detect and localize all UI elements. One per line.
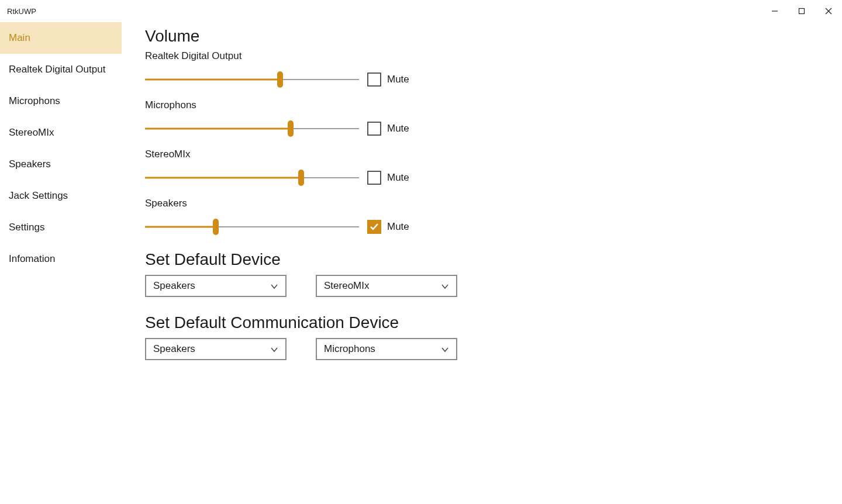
window-title: RtkUWP [7, 7, 36, 16]
device-label: Microphons [145, 99, 842, 111]
volume-device-stereomix: StereoMIx Mute [145, 149, 842, 185]
window-controls [761, 0, 842, 22]
minimize-icon [771, 8, 778, 15]
dropdown-value: Speakers [153, 280, 195, 292]
mute-checkbox-digital-output[interactable] [367, 73, 381, 87]
volume-slider-stereomix[interactable] [145, 172, 359, 184]
mute-label: Mute [387, 74, 409, 85]
maximize-icon [798, 8, 805, 15]
chevron-down-icon [270, 345, 278, 353]
sidebar-item-digital-output[interactable]: Realtek Digital Output [0, 54, 122, 85]
sidebar-item-speakers[interactable]: Speakers [0, 149, 122, 180]
minimize-button[interactable] [761, 0, 788, 22]
close-button[interactable] [815, 0, 842, 22]
device-label: Realtek Digital Output [145, 50, 842, 62]
dropdown-value: Microphons [324, 343, 375, 355]
svg-rect-1 [799, 9, 805, 14]
dropdown-value: StereoMIx [324, 280, 369, 292]
default-input-dropdown[interactable]: StereoMIx [316, 275, 457, 297]
device-label: StereoMIx [145, 149, 842, 160]
mute-label: Mute [387, 172, 409, 184]
volume-slider-speakers[interactable] [145, 221, 359, 233]
close-icon [825, 8, 832, 15]
default-output-dropdown[interactable]: Speakers [145, 275, 287, 297]
maximize-button[interactable] [788, 0, 815, 22]
volume-device-microphones: Microphons Mute [145, 99, 842, 136]
mute-label: Mute [387, 123, 409, 134]
volume-device-digital-output: Realtek Digital Output Mute [145, 50, 842, 87]
mute-label: Mute [387, 221, 409, 233]
mute-checkbox-microphones[interactable] [367, 122, 381, 136]
mute-checkbox-stereomix[interactable] [367, 171, 381, 185]
default-comm-device-heading: Set Default Communication Device [145, 313, 842, 332]
sidebar: Main Realtek Digital Output Microphons S… [0, 22, 122, 504]
volume-slider-digital-output[interactable] [145, 74, 359, 85]
default-comm-output-dropdown[interactable]: Speakers [145, 338, 287, 360]
chevron-down-icon [270, 282, 278, 290]
volume-slider-microphones[interactable] [145, 123, 359, 134]
chevron-down-icon [441, 345, 449, 353]
sidebar-item-stereomix[interactable]: StereoMIx [0, 117, 122, 149]
mute-checkbox-speakers[interactable] [367, 220, 381, 234]
default-device-heading: Set Default Device [145, 250, 842, 269]
main-content: Volume Realtek Digital Output Mute [122, 22, 842, 504]
volume-heading: Volume [145, 27, 842, 46]
chevron-down-icon [441, 282, 449, 290]
titlebar: RtkUWP [0, 0, 842, 22]
sidebar-item-settings[interactable]: Settings [0, 212, 122, 243]
volume-device-speakers: Speakers Mute [145, 198, 842, 234]
device-label: Speakers [145, 198, 842, 209]
default-comm-input-dropdown[interactable]: Microphons [316, 338, 457, 360]
dropdown-value: Speakers [153, 343, 195, 355]
sidebar-item-information[interactable]: Infomation [0, 243, 122, 275]
sidebar-item-microphones[interactable]: Microphons [0, 85, 122, 117]
check-icon [370, 222, 379, 232]
sidebar-item-jack-settings[interactable]: Jack Settings [0, 180, 122, 212]
sidebar-item-main[interactable]: Main [0, 22, 122, 54]
